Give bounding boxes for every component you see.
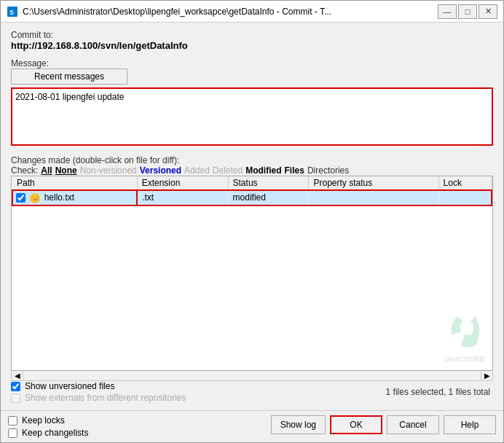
file-status-cell: modified bbox=[228, 190, 309, 205]
show-unversioned-row[interactable]: Show unversioned files bbox=[11, 381, 186, 391]
col-status: Status bbox=[228, 176, 309, 190]
keep-changelists-row[interactable]: Keep changelists bbox=[8, 428, 88, 438]
files-table: Path Extension Status Property status Lo… bbox=[12, 176, 492, 206]
scrollbar-track bbox=[23, 371, 481, 380]
main-window: S C:\Users\Administrator\Desktop\lipengf… bbox=[0, 0, 504, 443]
svg-text:S: S bbox=[9, 9, 14, 16]
watermark-icon bbox=[443, 309, 487, 353]
commit-url: http://192.168.8.100/svn/len/getDataInfo bbox=[11, 40, 493, 51]
show-externals-label: Show externals from different repositori… bbox=[25, 393, 186, 403]
file-icon: 😊 bbox=[30, 193, 40, 203]
directories-link[interactable]: Directories bbox=[307, 165, 349, 176]
maximize-button[interactable]: □ bbox=[458, 4, 477, 19]
bottom-full-row: Keep locks Keep changelists Show log OK … bbox=[8, 415, 496, 438]
files-link[interactable]: Files bbox=[285, 165, 304, 176]
title-bar-controls: — □ ✕ bbox=[438, 4, 497, 19]
keep-changelists-label: Keep changelists bbox=[22, 428, 88, 438]
keep-changelists-checkbox[interactable] bbox=[8, 428, 17, 438]
all-link[interactable]: All bbox=[41, 165, 52, 176]
watermark: @64CTO博客 bbox=[443, 309, 487, 364]
show-externals-row[interactable]: Show externals from different repositori… bbox=[11, 393, 186, 403]
deleted-link[interactable]: Deleted bbox=[213, 165, 243, 176]
commit-to-label: Commit to: bbox=[11, 30, 493, 40]
non-versioned-link[interactable]: Non-versioned bbox=[80, 165, 137, 176]
col-path: Path bbox=[12, 176, 137, 190]
col-property-status: Property status bbox=[309, 176, 438, 190]
title-bar: S C:\Users\Administrator\Desktop\lipengf… bbox=[1, 1, 503, 23]
scroll-right[interactable]: ▶ bbox=[481, 371, 492, 380]
show-unversioned-label: Show unversioned files bbox=[25, 381, 114, 391]
ok-button[interactable]: OK bbox=[330, 415, 382, 434]
files-table-container: Path Extension Status Property status Lo… bbox=[11, 176, 493, 371]
file-extension-cell: .txt bbox=[137, 190, 228, 205]
app-icon: S bbox=[7, 6, 18, 17]
close-button[interactable]: ✕ bbox=[479, 4, 497, 19]
col-extension: Extension bbox=[137, 176, 228, 190]
show-log-button[interactable]: Show log bbox=[271, 415, 326, 434]
help-button[interactable]: Help bbox=[444, 415, 496, 434]
check-label: Check: bbox=[11, 165, 38, 176]
added-link[interactable]: Added bbox=[184, 165, 210, 176]
show-externals-checkbox[interactable] bbox=[11, 393, 20, 403]
cancel-button[interactable]: Cancel bbox=[387, 415, 439, 434]
file-checkbox[interactable] bbox=[16, 193, 25, 203]
recent-messages-button[interactable]: Recent messages bbox=[11, 68, 127, 85]
main-content: Commit to: http://192.168.8.100/svn/len/… bbox=[1, 23, 503, 410]
action-buttons: Show log OK Cancel Help bbox=[271, 415, 496, 434]
col-lock: Lock bbox=[438, 176, 492, 190]
commit-to-section: Commit to: http://192.168.8.100/svn/len/… bbox=[11, 30, 493, 54]
check-row: Check: All None Non-versioned Versioned … bbox=[11, 165, 493, 176]
files-summary: 1 files selected, 1 files total bbox=[386, 387, 493, 397]
bottom-options: Keep locks Keep changelists bbox=[8, 415, 88, 438]
scroll-left[interactable]: ◀ bbox=[12, 371, 23, 380]
message-section: Message: Recent messages bbox=[11, 58, 493, 148]
bottom-checkboxes-left: Show unversioned files Show externals fr… bbox=[11, 381, 186, 403]
message-label: Message: bbox=[11, 58, 493, 68]
keep-locks-row[interactable]: Keep locks bbox=[8, 415, 88, 426]
changes-label: Changes made (double-click on file for d… bbox=[11, 155, 493, 165]
summary-row: Show unversioned files Show externals fr… bbox=[11, 381, 493, 403]
watermark-text: @64CTO博客 bbox=[443, 355, 487, 364]
message-input[interactable] bbox=[11, 87, 493, 146]
file-lock-cell bbox=[438, 190, 492, 205]
modified-link[interactable]: Modified bbox=[245, 165, 281, 176]
keep-locks-label: Keep locks bbox=[22, 415, 65, 426]
scrollbar-area: ◀ ▶ bbox=[11, 371, 493, 381]
keep-locks-checkbox[interactable] bbox=[8, 416, 17, 426]
title-bar-left: S C:\Users\Administrator\Desktop\lipengf… bbox=[7, 6, 331, 17]
bottom-bar: Keep locks Keep changelists Show log OK … bbox=[1, 410, 503, 442]
versioned-link[interactable]: Versioned bbox=[140, 165, 181, 176]
minimize-button[interactable]: — bbox=[438, 4, 457, 19]
file-path-cell: 😊 hello.txt bbox=[12, 190, 137, 205]
table-row[interactable]: 😊 hello.txt .txt modified bbox=[12, 190, 492, 205]
none-link[interactable]: None bbox=[55, 165, 77, 176]
changes-section: Changes made (double-click on file for d… bbox=[11, 152, 493, 403]
title-text: C:\Users\Administrator\Desktop\lipengfei… bbox=[23, 7, 331, 17]
file-property-status-cell bbox=[309, 190, 438, 205]
show-unversioned-checkbox[interactable] bbox=[11, 382, 20, 391]
file-name: hello.txt bbox=[44, 192, 74, 203]
